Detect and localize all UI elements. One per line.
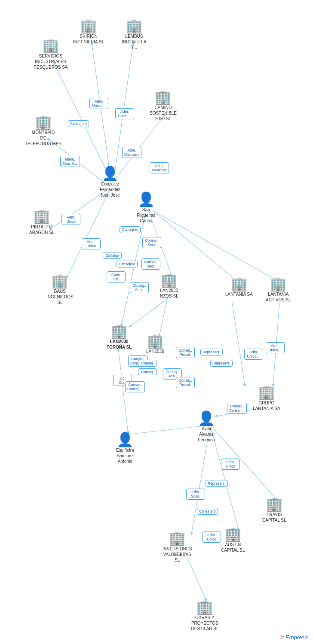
building-icon-austin: 🏢 — [224, 527, 242, 541]
building-icon-baus: 🏢 — [51, 274, 68, 288]
label-baus: BAUSINGENIEROSSL — [46, 289, 74, 305]
watermark-text: Empresa — [285, 634, 308, 641]
label-obras: OBRAS YPROYECTOSGESTILAR SL — [191, 615, 218, 632]
svg-line-8 — [129, 297, 170, 327]
node-austin: 🏢 AUSTINCAPITAL SL — [221, 527, 245, 553]
building-icon-lan2030-b: 🏢 — [147, 334, 164, 348]
badge-consej-presid-1: Consej..Presid. — [176, 347, 195, 358]
label-montepio: MONTEPIODETELEFONOS MPS — [25, 130, 61, 146]
label-gonzalez: GonzalezFernandezJuan Jose — [100, 181, 120, 198]
badge-cons-sej: Cons.Sej. — [107, 271, 126, 283]
node-servicios: 🏢 SERVICIOSINDUSTRIALESPESQUEROS SA — [34, 39, 68, 70]
label-lan2030-b: LAN2030 — [146, 349, 164, 354]
watermark: © Empresa — [280, 634, 308, 641]
label-inversiones: INVERSIONESVALDEBEBASSL — [163, 546, 192, 563]
label-lan2030-nzos: LAN2030NZOS SL — [160, 288, 178, 299]
person-icon-espiñeira: 👤 — [117, 433, 134, 447]
node-skirion: 🏢 SKIRIONINGENIERIA SL — [73, 19, 104, 45]
label-austin: AUSTINCAPITAL SL — [221, 542, 245, 553]
building-icon-grupo-lantania: 🏢 — [258, 386, 275, 399]
label-servicios: SERVICIOSINDUSTRIALESPESQUEROS SA — [34, 53, 68, 70]
label-pintauto: PINTAUTOARAGON SL — [29, 224, 54, 235]
building-icon-travis: 🏢 — [266, 497, 283, 511]
badge-consejero-saa: Consejero — [120, 226, 141, 233]
label-lantania-sa: LANTANIA SA — [225, 292, 253, 297]
badge-consej-consej-2: Consej..Consej.... — [125, 381, 145, 392]
label-skirion: SKIRIONINGENIERIA SL — [73, 33, 104, 45]
node-travis: 🏢 TRAVISCAPITAL SL — [262, 497, 286, 523]
badge-consejo: Consejo — [103, 252, 122, 259]
label-lantania-activos: LANTANIAACTIVOS SL — [266, 292, 291, 303]
node-obras: 🏢 OBRAS YPROYECTOSGESTILAR SL — [191, 600, 218, 632]
node-avila: 👤 AvilaAlvarezFederico — [198, 411, 215, 443]
badge-consej-consej-grupo: Consej..Consej.... — [227, 403, 247, 414]
node-lantania-sa: 🏢 LANTANIA SA — [225, 277, 253, 297]
svg-line-10 — [153, 210, 239, 283]
label-saa: SaaFilgueirasCarlos — [137, 207, 155, 224]
node-camino: 🏢 CAMINOSOSTENIBLE2030 SL — [150, 90, 177, 122]
person-icon-saa: 👤 — [138, 192, 155, 206]
badge-consej-sm1: Consej. — [138, 360, 157, 367]
node-lan2030-nzos: 🏢 LAN2030NZOS SL — [160, 273, 178, 299]
node-lembus: 🏢 LEMBUSINGENIERIAY... — [122, 19, 147, 50]
building-icon-lembus: 🏢 — [126, 19, 143, 33]
building-icon-camino: 🏢 — [154, 90, 172, 104]
svg-line-18 — [232, 303, 245, 386]
person-icon-avila: 👤 — [198, 411, 215, 425]
building-icon-skirion: 🏢 — [80, 19, 97, 33]
label-lan2030-toroña: LAN2030TOROÑA SL — [107, 339, 132, 350]
building-icon-montepio: 🏢 — [35, 115, 52, 129]
badge-consej-secr-1: Consej..Secr. — [142, 237, 161, 248]
badge-consej-sm2: Consej. — [138, 368, 157, 375]
svg-line-9 — [159, 297, 168, 337]
label-avila: AvilaAlvarezFederico — [198, 426, 215, 443]
label-travis: TRAVISCAPITAL SL — [262, 512, 286, 523]
node-lan2030-toroña: 🏢 LAN2030TOROÑA SL — [107, 324, 132, 350]
node-espiñeira: 👤 EspiñeiraSanchezAntonio — [116, 433, 134, 464]
badge-adm-solid: Adm.Solid. — [186, 489, 205, 500]
label-lembus: LEMBUSINGENIERIAY... — [122, 33, 147, 50]
badge-consej-presid-2: Consej..Presid. — [176, 377, 195, 388]
building-icon-obras: 🏢 — [196, 600, 213, 614]
building-icon-pintauto: 🏢 — [33, 210, 50, 223]
badge-adm-unico-lantania2: Adm.Unico,... — [266, 342, 285, 353]
badge-consej-secr-2: Consej..Secr. — [141, 258, 160, 270]
badge-adm-mancom-2: Adm.Mancom. — [150, 162, 169, 173]
badge-adm-unico-lantania1: Adm.Unico,... — [244, 349, 263, 360]
node-baus: 🏢 BAUSINGENIEROSSL — [46, 274, 74, 305]
graph-container: 🏢 SKIRIONINGENIERIA SL 🏢 LEMBUSINGENIERI… — [0, 0, 313, 644]
badge-adm-unico-2: Adm.Unico,... — [115, 108, 134, 119]
badge-represent-1: Represent. — [200, 349, 223, 355]
building-icon-lantania-activos: 🏢 — [270, 277, 287, 291]
badge-represent-avila: Represent. — [206, 480, 228, 487]
svg-line-11 — [153, 211, 279, 281]
node-lantania-activos: 🏢 LANTANIAACTIVOS SL — [266, 277, 291, 303]
badge-consejero-2: Consejero — [117, 261, 138, 267]
svg-line-1 — [92, 42, 111, 180]
badge-miem-com: Miem.Com. Ctr. — [60, 156, 80, 167]
label-espiñeira: EspiñeiraSanchezAntonio — [116, 447, 134, 464]
badge-adm-unico-pintauto: Adm.Unico — [61, 214, 80, 225]
node-inversiones: 🏢 INVERSIONESVALDEBEBASSL — [163, 532, 192, 563]
building-icon-inversiones: 🏢 — [169, 532, 186, 545]
node-lan2030-b: 🏢 LAN2030 — [146, 334, 164, 354]
badge-consej-secr-3: Consej..Secr. — [130, 282, 149, 293]
node-pintauto: 🏢 PINTAUTOARAGON SL — [29, 210, 54, 235]
badge-adm-unico-1: Adm.Unico,... — [89, 98, 108, 109]
label-camino: CAMINOSOSTENIBLE2030 SL — [150, 105, 177, 122]
badge-adm-unico-inversiones: Adm.Unico — [202, 532, 221, 543]
building-icon-lan2030-nzos: 🏢 — [160, 273, 178, 287]
node-saa: 👤 SaaFilgueirasCarlos — [137, 192, 155, 224]
badge-adm-unico-baus: Adm.Unico — [82, 238, 101, 249]
building-icon-lantania-sa: 🏢 — [230, 277, 248, 291]
label-grupo-lantania: GRUPOLANTANIA SA — [253, 400, 280, 411]
svg-line-21 — [67, 190, 110, 278]
person-icon-gonzalez: 👤 — [101, 167, 119, 180]
node-grupo-lantania: 🏢 GRUPOLANTANIA SA — [253, 386, 280, 411]
badge-consejero-avila: Consejero — [197, 508, 218, 515]
badge-consejero-1: Consejero — [68, 120, 89, 127]
building-icon-lan2030-toroña: 🏢 — [110, 324, 128, 338]
badge-adm-mancom-1: Adm.Mancom. — [122, 147, 141, 158]
watermark-copyright: © — [280, 634, 284, 641]
badge-represent-2: Represent. — [210, 360, 233, 367]
